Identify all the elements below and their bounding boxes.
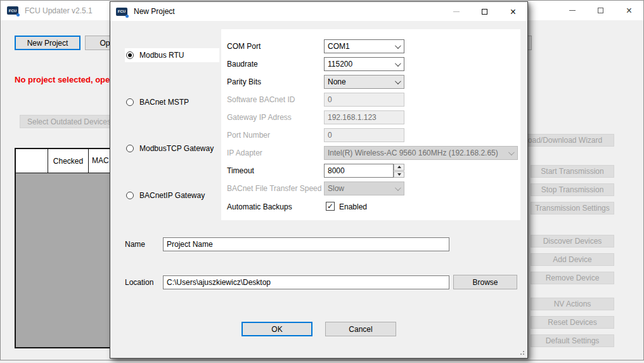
spinner-down-icon[interactable] [394,171,404,178]
location-input[interactable] [163,275,449,289]
ip-adapter-select: Intel(R) Wireless-AC 9560 160MHz (192.16… [324,146,518,160]
dialog-window-controls: × [442,2,527,22]
reset-devices-button[interactable]: Reset Devices [531,316,614,329]
gateway-ip-input [324,110,404,124]
fcu-app-icon: FCU [7,6,18,15]
chevron-down-icon [395,60,401,67]
main-window-title: FCU Updater v2.5.1 [25,6,93,15]
maximize-icon[interactable] [586,1,615,20]
maximize-icon[interactable] [470,2,499,22]
new-project-button[interactable]: New Project [15,36,80,50]
radio-icon [126,145,134,152]
automatic-backups-checkbox-label: Enabled [339,202,367,211]
bacnet-transfer-speed-select: Slow [324,182,404,195]
software-bacnet-id-label: Software BACnet ID [227,93,322,107]
bacnet-transfer-speed-label: BACnet File Transfer Speed [227,182,322,195]
com-port-label: COM Port [227,39,322,53]
close-icon[interactable]: × [615,1,643,20]
main-window-controls: × [558,1,643,20]
chevron-down-icon [395,78,401,84]
baudrate-select[interactable]: 115200 [324,57,404,71]
chevron-down-icon [395,43,401,49]
parity-bits-label: Parity Bits [227,75,322,89]
baudrate-label: Baudrate [227,57,322,71]
minimize-icon [442,2,470,22]
table-header-checked[interactable]: Checked [48,149,89,173]
screen: FCU FCU Updater v2.5.1 × New Project Ope… [0,0,644,363]
remove-device-button[interactable]: Remove Device [531,272,614,284]
start-transmission-button[interactable]: Start Transmission [531,165,614,178]
table-header-rowselect[interactable] [16,149,48,173]
transmission-settings-button[interactable]: Transmission Settings [531,202,614,214]
radio-modbustcp-gateway[interactable]: ModbusTCP Gateway [125,142,219,155]
timeout-input[interactable] [324,164,394,178]
add-device-button[interactable]: Add Device [531,253,614,266]
browse-button[interactable]: Browse [453,275,517,289]
name-input[interactable] [163,237,449,251]
radio-modbus-rtu[interactable]: Modbus RTU [125,48,219,62]
chevron-down-icon [508,149,515,155]
radio-selected-icon [126,51,134,59]
dialog-titlebar: FCU New Project × [110,2,527,21]
gateway-ip-label: Gateway IP Adress [227,110,322,124]
spinner-up-icon[interactable] [394,164,404,171]
select-outdated-devices-button[interactable]: Select Outdated Devices [20,115,119,128]
status-message: No project selected, open [15,75,115,84]
discover-devices-button[interactable]: Discover Devices [531,235,614,248]
radio-bacnetip-gateway[interactable]: BACnetIP Gateway [125,188,219,202]
resize-grip[interactable] [523,353,524,355]
chevron-down-icon [395,185,401,191]
close-icon[interactable]: × [499,2,527,22]
timeout-label: Timeout [227,164,322,178]
fcu-app-icon: FCU [116,8,127,16]
port-number-input [324,128,404,142]
automatic-backups-label: Automatic Backups [227,200,322,214]
new-project-dialog: FCU New Project × Modbus RTU BACnet MSTP… [110,1,528,359]
automatic-backups-checkbox[interactable]: ✓ [326,202,335,211]
nv-actions-button[interactable]: NV Actions [531,298,614,310]
software-bacnet-id-input [324,93,404,107]
ip-adapter-label: IP Adapter [227,146,322,160]
cancel-button[interactable]: Cancel [325,322,396,336]
radio-icon [126,192,134,199]
ok-button[interactable]: OK [242,322,312,336]
radio-bacnet-mstp[interactable]: BACnet MSTP [125,95,219,109]
parity-bits-select[interactable]: None [324,75,404,89]
minimize-icon[interactable] [558,1,586,20]
timeout-spinner [394,164,404,178]
stop-transmission-button[interactable]: Stop Transmission [531,183,614,196]
com-port-select[interactable]: COM1 [324,39,404,53]
default-settings-button[interactable]: Default Settings [531,334,614,347]
dialog-title: New Project [134,7,175,16]
radio-icon [126,98,134,106]
port-number-label: Port Number [227,128,322,142]
